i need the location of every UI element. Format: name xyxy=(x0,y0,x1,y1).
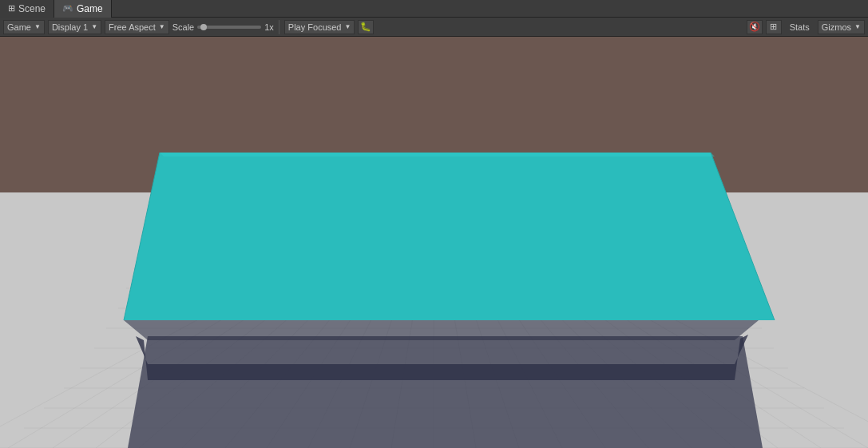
bug-icon: 🐛 xyxy=(360,22,371,32)
toolbar-right: 🔇 ⊞ Stats Gizmos ▼ xyxy=(747,20,865,34)
scale-container: Scale 1x xyxy=(172,22,274,32)
play-focused-arrow: ▼ xyxy=(345,23,351,30)
scale-slider-thumb xyxy=(200,24,207,30)
svg-marker-51 xyxy=(124,153,775,320)
scene-tab-icon: ⊞ xyxy=(8,3,15,14)
bug-icon-btn[interactable]: 🐛 xyxy=(358,20,374,34)
game-tab-icon: 🎮 xyxy=(62,3,73,14)
scene-svg xyxy=(0,37,868,448)
grid-icon: ⊞ xyxy=(770,22,777,32)
play-focused-dropdown[interactable]: Play Focused ▼ xyxy=(284,20,355,34)
tab-scene[interactable]: ⊞ Scene xyxy=(0,0,54,18)
svg-marker-52 xyxy=(160,153,715,157)
tab-bar: ⊞ Scene 🎮 Game xyxy=(0,0,868,18)
gizmos-label: Gizmos xyxy=(822,22,851,32)
aspect-dropdown-arrow: ▼ xyxy=(159,23,165,30)
game-dropdown-arrow: ▼ xyxy=(34,23,41,30)
scale-value: 1x xyxy=(264,22,274,32)
svg-marker-50 xyxy=(128,336,763,448)
tab-game-label: Game xyxy=(77,3,103,14)
mute-icon-btn[interactable]: 🔇 xyxy=(747,20,763,34)
display-dropdown-arrow: ▼ xyxy=(91,23,97,30)
display-dropdown-label: Display 1 xyxy=(52,22,88,32)
aspect-dropdown[interactable]: Free Aspect ▼ xyxy=(105,20,169,34)
aspect-dropdown-label: Free Aspect xyxy=(109,22,156,32)
stats-label: Stats xyxy=(790,22,810,32)
mute-icon: 🔇 xyxy=(749,22,760,32)
display-dropdown[interactable]: Display 1 ▼ xyxy=(48,20,101,34)
game-viewport xyxy=(0,37,868,448)
play-focused-label: Play Focused xyxy=(288,22,342,32)
stats-button[interactable]: Stats xyxy=(785,20,814,34)
gizmos-dropdown[interactable]: Gizmos ▼ xyxy=(818,20,865,34)
game-dropdown-label: Game xyxy=(7,22,31,32)
scale-slider[interactable] xyxy=(197,26,261,29)
tab-scene-label: Scene xyxy=(18,3,46,14)
separator-1 xyxy=(279,20,279,34)
game-dropdown[interactable]: Game ▼ xyxy=(3,20,45,34)
gizmos-arrow: ▼ xyxy=(854,23,861,30)
toolbar: Game ▼ Display 1 ▼ Free Aspect ▼ Scale 1… xyxy=(0,18,868,37)
scale-label: Scale xyxy=(172,22,195,32)
grid-icon-btn[interactable]: ⊞ xyxy=(766,20,782,34)
tab-game[interactable]: 🎮 Game xyxy=(54,0,112,18)
